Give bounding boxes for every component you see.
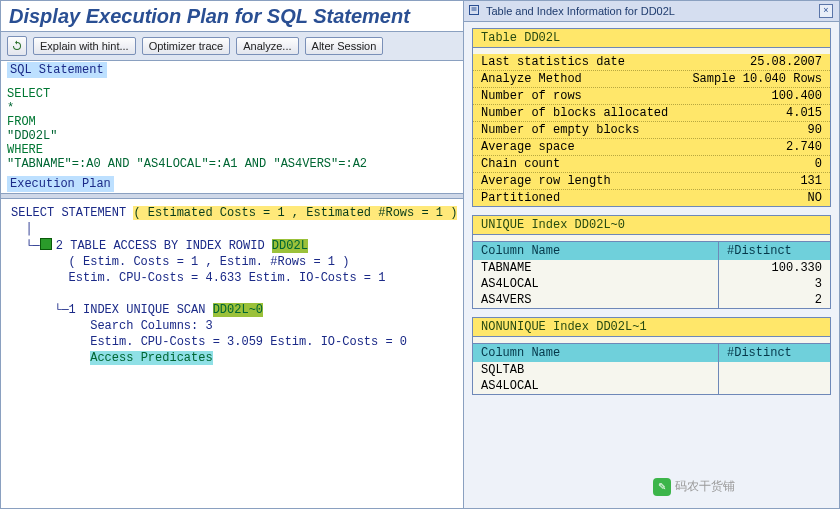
execution-plan-tree: SELECT STATEMENT ( Estimated Costs = 1 ,…: [1, 199, 463, 372]
stat-value: 131: [800, 174, 822, 188]
optimizer-trace-button[interactable]: Optimizer trace: [142, 37, 231, 55]
table-stats-row: Number of rows100.400: [473, 88, 830, 105]
info-icon: [468, 4, 480, 18]
index-col-distinct: [719, 362, 830, 378]
index-col-name: TABNAME: [473, 260, 719, 276]
stat-label: Chain count: [481, 157, 560, 171]
svg-rect-1: [472, 8, 477, 9]
sql-line: FROM: [7, 115, 457, 129]
stat-label: Average row length: [481, 174, 611, 188]
index-1-card: NONUNIQUE Index DD02L~1 Column Name #Dis…: [472, 317, 831, 395]
stat-value: 4.015: [786, 106, 822, 120]
sql-line: *: [7, 101, 457, 115]
stat-label: Partitioned: [481, 191, 560, 205]
stat-value: 25.08.2007: [750, 55, 822, 69]
index-col-distinct: 2: [719, 292, 830, 308]
plan-node-2-line: Estim. CPU-Costs = 3.059 Estim. IO-Costs…: [90, 335, 407, 349]
index-col-name: AS4VERS: [473, 292, 719, 308]
watermark-icon: ✎: [653, 478, 671, 496]
plan-node-1-line: ( Estim. Costs = 1 , Estim. #Rows = 1 ): [69, 255, 350, 269]
index-0-col2: #Distinct: [719, 242, 830, 260]
index-row: AS4LOCAL: [473, 378, 830, 394]
explain-with-hint-button[interactable]: Explain with hint...: [33, 37, 136, 55]
sql-line: WHERE: [7, 143, 457, 157]
index-col-distinct: 3: [719, 276, 830, 292]
stat-value: NO: [808, 191, 822, 205]
index-col-name: AS4LOCAL: [473, 378, 719, 394]
index-1-title: NONUNIQUE Index DD02L~1: [473, 318, 830, 337]
sql-line: "TABNAME"=:A0 AND "AS4LOCAL"=:A1 AND "AS…: [7, 157, 457, 171]
index-0-card: UNIQUE Index DD02L~0 Column Name #Distin…: [472, 215, 831, 309]
sql-section: SQL Statement SELECT * FROM "DD02L" WHER…: [1, 61, 463, 193]
table-stats-row: Chain count0: [473, 156, 830, 173]
index-col-distinct: 100.330: [719, 260, 830, 276]
index-row: AS4VERS2: [473, 292, 830, 308]
stat-value: 100.400: [772, 89, 822, 103]
plan-section-label: Execution Plan: [7, 176, 114, 192]
watermark: ✎码农干货铺: [653, 478, 735, 496]
index-0-header: Column Name #Distinct: [473, 241, 830, 260]
table-stats-row: Average row length131: [473, 173, 830, 190]
index-0-title: UNIQUE Index DD02L~0: [473, 216, 830, 235]
stat-label: Number of empty blocks: [481, 123, 639, 137]
index-col-distinct: [719, 378, 830, 394]
close-icon[interactable]: ×: [819, 4, 833, 18]
stat-value: Sample 10.040 Rows: [692, 72, 822, 86]
plan-node-1-line: Estim. CPU-Costs = 4.633 Estim. IO-Costs…: [69, 271, 386, 285]
table-stats-row: Analyze MethodSample 10.040 Rows: [473, 71, 830, 88]
left-panel: Display Execution Plan for SQL Statement…: [1, 1, 463, 508]
plan-root-label: SELECT STATEMENT: [11, 206, 126, 220]
stat-label: Analyze Method: [481, 72, 582, 86]
index-0-col1: Column Name: [473, 242, 719, 260]
index-col-name: SQLTAB: [473, 362, 719, 378]
svg-rect-2: [472, 10, 477, 11]
right-panel: Table and Index Information for DD02L × …: [463, 1, 839, 508]
right-panel-body: Table DD02L Last statistics date25.08.20…: [464, 22, 839, 403]
table-stats-row: Average space2.740: [473, 139, 830, 156]
plan-node-2-object: DD02L~0: [213, 303, 263, 317]
stat-value: 90: [808, 123, 822, 137]
plan-node-2: 1 INDEX UNIQUE SCAN: [69, 303, 206, 317]
stat-label: Number of blocks allocated: [481, 106, 668, 120]
alter-session-button[interactable]: Alter Session: [305, 37, 384, 55]
stat-value: 0: [815, 157, 822, 171]
table-stats-row: Number of blocks allocated4.015: [473, 105, 830, 122]
plan-node-1-object: DD02L: [272, 239, 308, 253]
right-panel-titlebar: Table and Index Information for DD02L ×: [464, 1, 839, 22]
sql-line: "DD02L": [7, 129, 457, 143]
table-stats-row: PartitionedNO: [473, 190, 830, 206]
sql-line: SELECT: [7, 87, 457, 101]
plan-access-predicates[interactable]: Access Predicates: [90, 351, 212, 365]
table-stats-card: Table DD02L Last statistics date25.08.20…: [472, 28, 831, 207]
table-stats-title: Table DD02L: [473, 29, 830, 48]
index-row: SQLTAB: [473, 362, 830, 378]
stat-label: Number of rows: [481, 89, 582, 103]
tree-node-icon: [40, 238, 52, 250]
table-stats-row: Number of empty blocks90: [473, 122, 830, 139]
toolbar: Explain with hint... Optimizer trace Ana…: [1, 32, 463, 61]
index-row: AS4LOCAL3: [473, 276, 830, 292]
index-1-col1: Column Name: [473, 344, 719, 362]
analyze-button[interactable]: Analyze...: [236, 37, 298, 55]
index-1-header: Column Name #Distinct: [473, 343, 830, 362]
stat-label: Last statistics date: [481, 55, 625, 69]
stat-label: Average space: [481, 140, 575, 154]
index-1-col2: #Distinct: [719, 344, 830, 362]
plan-node-1: 2 TABLE ACCESS BY INDEX ROWID: [56, 239, 265, 253]
right-panel-title: Table and Index Information for DD02L: [486, 5, 675, 17]
refresh-icon[interactable]: [7, 36, 27, 56]
plan-root-estimate: ( Estimated Costs = 1 , Estimated #Rows …: [133, 206, 457, 220]
page-title: Display Execution Plan for SQL Statement: [1, 1, 463, 32]
app-root: Display Execution Plan for SQL Statement…: [0, 0, 840, 509]
index-row: TABNAME100.330: [473, 260, 830, 276]
table-stats-row: Last statistics date25.08.2007: [473, 54, 830, 71]
stat-value: 2.740: [786, 140, 822, 154]
index-col-name: AS4LOCAL: [473, 276, 719, 292]
table-stats-rows: Last statistics date25.08.2007Analyze Me…: [473, 54, 830, 206]
plan-node-2-line: Search Columns: 3: [90, 319, 212, 333]
sql-section-label: SQL Statement: [7, 62, 107, 78]
